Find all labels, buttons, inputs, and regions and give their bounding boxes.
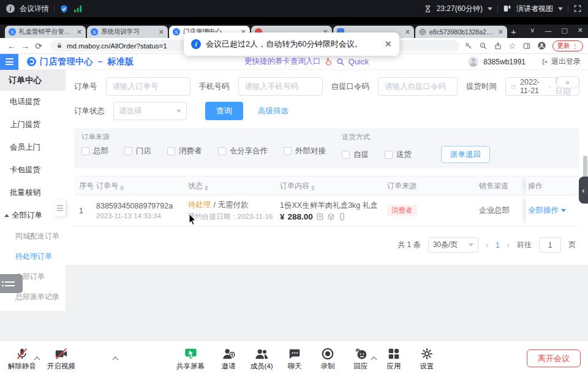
fullscreen-icon[interactable] [573, 4, 582, 13]
tab-favicon: S [9, 28, 16, 36]
next-page-button[interactable]: › [507, 240, 510, 250]
advanced-filter-link[interactable]: 高级筛选 [258, 106, 288, 116]
logout-button[interactable]: 退出登录 [541, 56, 581, 67]
phone-icon[interactable] [338, 213, 346, 221]
browser-tab[interactable]: S 礼盒营销平台管理中心 ✕ [5, 26, 86, 38]
sidebar-item-card-pickup[interactable]: 卡包提货 [0, 159, 66, 181]
checkbox-delivery-selfpickup[interactable]: 自提 [342, 150, 369, 160]
order-status-label: 订单状态 [74, 106, 105, 116]
floating-list-button[interactable] [0, 274, 23, 293]
order-status-select[interactable]: 请选择 [113, 102, 187, 120]
meeting-details-label[interactable]: 会议详情 [20, 4, 49, 14]
table-row[interactable]: 1 83859345088979792a 2023-11-13 14:33:34… [74, 196, 579, 226]
start-video-button[interactable]: 开启视频 [44, 345, 78, 371]
dispatch-return-button[interactable]: 派单退回 [441, 146, 490, 163]
right-panel-handle[interactable]: ‹ [579, 177, 588, 204]
vertical-scrollbar[interactable] [583, 156, 587, 178]
key-icon[interactable] [464, 42, 473, 50]
sidebar-collapse-handle[interactable] [54, 200, 66, 216]
checkbox-delivery-deliver[interactable]: 送货 [385, 150, 412, 160]
col-content[interactable]: 订单内容 [280, 181, 387, 191]
browser-tab[interactable]: e8c573980b1328a258fd2e61 ✕ [415, 26, 507, 38]
settings-button[interactable]: 设置 [410, 345, 444, 371]
checkbox-source-store[interactable]: 门店 [124, 146, 151, 156]
profile-icon[interactable] [537, 41, 546, 50]
start-date-value[interactable]: 2022-11-21 [520, 78, 544, 95]
record-button[interactable]: 录制 [311, 345, 345, 371]
zoom-icon[interactable] [479, 42, 488, 50]
page-size-select[interactable]: 30条/页 [428, 237, 478, 253]
tab-close-icon[interactable]: ✕ [159, 28, 164, 36]
bookmark-star-icon[interactable]: ☆ [508, 41, 516, 51]
pagination: 共 1 条 30条/页 ‹ 1 › 前往 页 [74, 237, 579, 253]
sort-icon[interactable] [120, 185, 124, 191]
menu-toggle-button[interactable] [0, 54, 18, 70]
checkbox-source-external[interactable]: 外部对接 [284, 146, 326, 156]
unmute-button[interactable]: 解除静音 [5, 345, 39, 371]
share-screen-button[interactable]: 共享屏幕 [173, 345, 208, 371]
sidebar-item-phone-pickup[interactable]: 电话提货 [0, 91, 66, 113]
members-icon [254, 347, 269, 361]
tab-close-icon[interactable]: ✕ [405, 28, 410, 36]
expand-filters-button[interactable]: » [556, 76, 579, 88]
current-page[interactable]: 1 [496, 241, 500, 250]
tab-close-icon[interactable]: ✕ [77, 28, 82, 36]
checkbox-source-warehouse-share[interactable]: 仓分享合作 [218, 146, 268, 156]
video-options-caret[interactable] [113, 357, 119, 363]
gift-box-icon[interactable] [327, 213, 335, 221]
order-no-input[interactable] [106, 77, 190, 96]
timer-dropdown-icon[interactable] [488, 7, 492, 10]
forward-icon[interactable]: → [18, 41, 32, 51]
window-close-icon[interactable]: ✕ [578, 26, 583, 34]
logout-icon [541, 58, 549, 66]
all-actions-dropdown[interactable]: 全部操作 [528, 205, 566, 216]
cell-content: 1份XX生鲜羊肉礼盒3kg 礼盒 ¥ 288.00 [280, 200, 387, 221]
sort-icon[interactable] [311, 185, 315, 191]
checkbox-source-consumer[interactable]: 消费者 [167, 146, 202, 156]
goto-page-input[interactable] [539, 237, 561, 253]
browser-tab[interactable]: S 系统培训学习 ✕ [87, 26, 168, 38]
quick-card-query-link[interactable]: 更快捷的券卡查询入口 [244, 56, 321, 67]
col-order-no[interactable]: 订单号 [96, 181, 188, 191]
side-panel-icon[interactable] [522, 42, 531, 50]
quick-search-icon[interactable] [336, 58, 345, 66]
sidebar-item-door-pickup[interactable]: 上门提货 [0, 113, 66, 136]
network-signal-icon[interactable] [74, 5, 83, 13]
toast-close-icon[interactable]: ✕ [384, 39, 392, 50]
pickup-code-input[interactable] [378, 77, 458, 96]
members-button[interactable]: 成员(4) [244, 345, 279, 371]
sort-icon[interactable] [205, 185, 208, 191]
prev-page-button[interactable]: ‹ [486, 240, 488, 250]
user-avatar[interactable] [468, 56, 478, 67]
tab-close-icon[interactable]: ✕ [498, 28, 503, 36]
back-icon[interactable]: ← [5, 41, 18, 51]
shield-check-icon[interactable] [59, 4, 69, 13]
col-status[interactable]: 状态 [188, 181, 280, 191]
share-icon[interactable] [494, 42, 502, 50]
new-tab-button[interactable]: + [511, 26, 516, 37]
invite-button[interactable]: 邀请 [211, 345, 246, 371]
chat-button[interactable]: 聊天 [277, 345, 312, 371]
checkbox-source-hq[interactable]: 总部 [81, 146, 108, 156]
sidebar-item-member-visit[interactable]: 会员上门 [0, 136, 66, 159]
search-button[interactable]: 查询 [205, 102, 243, 120]
checkbox-icon [81, 147, 89, 155]
window-minimize-icon[interactable]: — [545, 27, 551, 34]
chevron-down-icon [469, 243, 473, 246]
info-icon: i [191, 39, 201, 49]
view-dropdown-icon[interactable] [558, 7, 563, 10]
browser-update-button[interactable]: 更新⋮ [552, 40, 584, 52]
view-mode-label[interactable]: 演讲者视图 [516, 4, 553, 14]
sidebar-item-pending-orders[interactable]: 待处理订单 [0, 246, 66, 267]
info-icon[interactable]: i [6, 4, 15, 13]
window-maximize-icon[interactable]: ▢ [561, 26, 567, 34]
quick-label[interactable]: Quick [349, 57, 369, 66]
receipt-icon[interactable] [316, 213, 324, 221]
phone-input[interactable] [238, 77, 323, 96]
sidebar-item-city-delivery-orders[interactable]: 同城配送订单 [0, 226, 66, 246]
tab-search-icon[interactable]: ∨ [530, 26, 535, 34]
leave-meeting-button[interactable]: 离开会议 [527, 349, 581, 367]
refresh-icon[interactable]: ⟳ [32, 41, 45, 51]
reaction-button[interactable]: 回应 [344, 345, 378, 371]
apps-button[interactable]: 应用 [377, 345, 411, 371]
